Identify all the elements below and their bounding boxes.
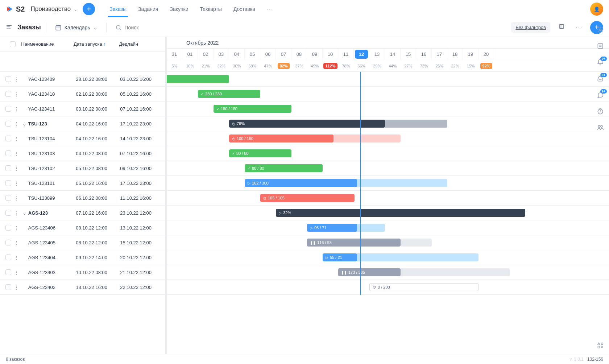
table-row[interactable]: ⋮YAC-12341002.10.22 08:0005.10.22 16:00 <box>0 87 165 102</box>
gantt-row[interactable]: ✓230 / 230 <box>167 87 609 102</box>
chat-icon[interactable]: 9+ <box>597 91 604 100</box>
table-row[interactable]: ⋮⌄AGS-12307.10.22 16:0023.10.22 12:00 <box>0 206 165 220</box>
row-checkbox[interactable] <box>5 91 11 97</box>
table-row[interactable]: ⋮YAC-12341103.10.22 08:0007.10.22 16:00 <box>0 102 165 116</box>
row-checkbox[interactable] <box>5 106 11 112</box>
gantt-bar[interactable]: ❚❚173 / 385 <box>338 268 401 276</box>
gantt-bar[interactable] <box>167 75 229 83</box>
columns-icon[interactable] <box>555 21 568 34</box>
gantt-bar[interactable]: ▷162 / 300 <box>245 179 357 187</box>
day-cell[interactable]: 11 <box>338 49 354 60</box>
row-menu-icon[interactable]: ⋮ <box>13 270 21 275</box>
row-menu-icon[interactable]: ⋮ <box>13 225 21 231</box>
gantt-bar[interactable]: ◷100 / 160 <box>229 135 334 142</box>
search[interactable] <box>112 22 506 33</box>
avatar[interactable]: 👤 <box>590 3 603 16</box>
row-menu-icon[interactable]: ⋮ <box>13 285 21 290</box>
gantt-bar[interactable]: ✓180 / 180 <box>214 105 291 113</box>
row-checkbox[interactable] <box>5 195 11 201</box>
row-checkbox[interactable] <box>5 165 11 171</box>
row-checkbox[interactable] <box>5 284 11 290</box>
row-menu-icon[interactable]: ⋮ <box>13 136 21 141</box>
table-row[interactable]: ⋮TSU-12309906.10.22 08:0011.10.22 16:00 <box>0 191 165 206</box>
row-expand-icon[interactable]: ⌄ <box>21 121 28 127</box>
gantt-panel[interactable]: Октябрь 2022 310102030405060708091011121… <box>167 37 609 354</box>
row-menu-icon[interactable]: ⋮ <box>13 166 21 171</box>
tab-orders[interactable]: Заказы <box>104 3 132 16</box>
bell-icon[interactable]: 9+ <box>597 59 604 67</box>
inbox-icon[interactable]: 9+ <box>597 75 604 83</box>
day-cell[interactable]: 14 <box>385 49 401 60</box>
row-checkbox[interactable] <box>5 240 11 245</box>
gantt-bar[interactable]: ❚❚116 / 93 <box>307 239 401 247</box>
day-cell[interactable]: 05 <box>245 49 260 60</box>
day-cell[interactable]: 07 <box>276 49 291 60</box>
table-row[interactable]: ⋮AGS-12340508.10.22 12:0015.10.22 12:00 <box>0 235 165 250</box>
gantt-bar[interactable]: ◷76% <box>229 120 385 128</box>
gantt-row[interactable]: ⏱0 / 200 <box>167 280 609 295</box>
row-menu-icon[interactable]: ⋮ <box>13 151 21 156</box>
table-row[interactable]: ⋮TSU-12310105.10.22 16:0017.10.22 23:00 <box>0 176 165 191</box>
tab-techcards[interactable]: Техкарты <box>194 3 228 16</box>
day-cell[interactable]: 04 <box>229 49 245 60</box>
notes-icon[interactable] <box>597 42 604 51</box>
logo[interactable]: S2 <box>6 5 25 13</box>
tab-tasks[interactable]: Задания <box>132 3 164 16</box>
day-cell[interactable]: 20 <box>478 49 494 60</box>
row-checkbox[interactable] <box>5 76 11 82</box>
table-row[interactable]: ⋮⌄TSU-12304.10.22 16:0017.10.22 23:00 <box>0 116 165 131</box>
gantt-row[interactable]: ◷76% <box>167 116 609 131</box>
gantt-bar[interactable]: ▷96 / 71 <box>307 224 357 232</box>
day-cell[interactable]: 06 <box>260 49 276 60</box>
settings-icon[interactable] <box>597 26 604 34</box>
table-row[interactable]: ⋮AGS-12340608.10.22 12:0013.10.22 12:00 <box>0 220 165 235</box>
menu-icon[interactable] <box>6 24 12 31</box>
row-menu-icon[interactable]: ⋮ <box>13 76 21 82</box>
row-checkbox[interactable] <box>5 180 11 186</box>
filter-button[interactable]: Без фильтров <box>511 22 550 33</box>
gantt-row[interactable]: ❚❚173 / 385 <box>167 265 609 280</box>
row-menu-icon[interactable]: ⋮ <box>13 195 21 201</box>
day-cell[interactable]: 19 <box>463 49 478 60</box>
gantt-row[interactable]: ▷96 / 71 <box>167 220 609 235</box>
day-cell[interactable]: 01 <box>182 49 198 60</box>
header-deadline[interactable]: Дедлайн <box>119 41 161 47</box>
table-row[interactable]: ⋮AGS-12340310.10.22 08:0021.10.22 12:00 <box>0 265 165 280</box>
row-menu-icon[interactable]: ⋮ <box>13 181 21 186</box>
gantt-row[interactable]: ✓80 / 80 <box>167 161 609 176</box>
new-button[interactable]: + <box>83 3 95 15</box>
day-cell[interactable]: 09 <box>307 49 323 60</box>
module-name[interactable]: Производство <box>30 5 71 13</box>
gantt-bar[interactable]: ⏱0 / 200 <box>369 283 478 291</box>
gantt-row[interactable]: ❚❚116 / 93 <box>167 235 609 250</box>
tab-purchases[interactable]: Закупки <box>164 3 194 16</box>
day-cell[interactable]: 03 <box>214 49 229 60</box>
gantt-row[interactable]: ◷100 / 160 <box>167 131 609 146</box>
day-cell[interactable]: 08 <box>291 49 307 60</box>
row-menu-icon[interactable]: ⋮ <box>13 106 21 112</box>
gantt-bar[interactable]: ✓230 / 230 <box>198 90 260 98</box>
gantt-bar[interactable]: ▷55 / 21 <box>323 253 357 261</box>
day-cell[interactable]: 12 <box>355 50 368 59</box>
row-checkbox[interactable] <box>5 255 11 260</box>
row-checkbox[interactable] <box>5 136 11 141</box>
row-checkbox[interactable] <box>5 269 11 275</box>
row-menu-icon[interactable]: ⋮ <box>13 210 21 216</box>
gantt-row[interactable]: ▷55 / 21 <box>167 250 609 265</box>
day-cell[interactable]: 17 <box>432 49 447 60</box>
gantt-row[interactable]: ✓180 / 180 <box>167 102 609 116</box>
row-menu-icon[interactable]: ⋮ <box>13 121 21 127</box>
table-row[interactable]: ⋮AGS-12340409.10.22 14:0020.10.22 12:00 <box>0 250 165 265</box>
row-menu-icon[interactable]: ⋮ <box>13 91 21 97</box>
row-checkbox[interactable] <box>5 210 11 216</box>
table-row[interactable]: ⋮AGS-12340213.10.22 16:0022.10.22 12:00 <box>0 280 165 295</box>
chevron-down-icon[interactable]: ⌄ <box>74 7 78 12</box>
gantt-bar[interactable]: ✓80 / 80 <box>245 164 323 172</box>
day-cell[interactable]: 02 <box>198 49 214 60</box>
gantt-row[interactable] <box>167 72 609 87</box>
gantt-bar[interactable]: ◷105 / 105 <box>260 194 355 202</box>
table-row[interactable]: ⋮TSU-12310205.10.22 08:0009.10.22 16:00 <box>0 161 165 176</box>
timer-icon[interactable] <box>597 108 604 116</box>
select-all-checkbox[interactable] <box>10 41 16 47</box>
view-selector[interactable]: Календарь ⌄ <box>51 22 101 33</box>
